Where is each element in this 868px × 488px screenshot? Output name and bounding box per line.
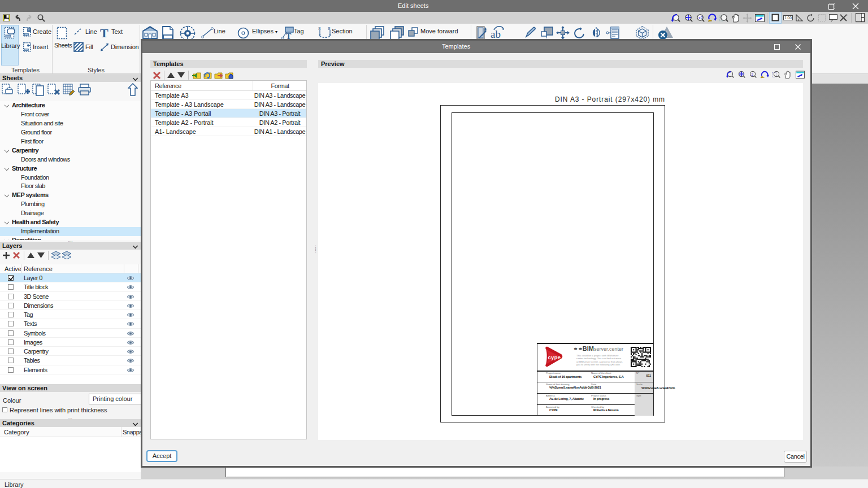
svg-text:x2: x2 <box>698 16 703 20</box>
svg-text:1.00: 1.00 <box>784 16 792 20</box>
svg-text:S: S <box>328 27 331 30</box>
svg-text:cype: cype <box>548 354 561 360</box>
svg-text:S: S <box>318 27 321 30</box>
svg-text:2: 2 <box>752 73 754 76</box>
